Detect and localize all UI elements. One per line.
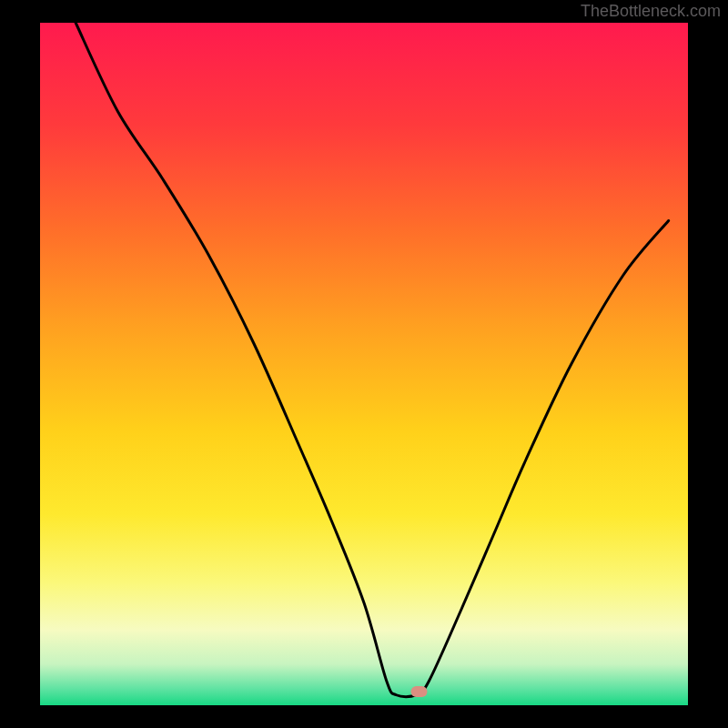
watermark-text: TheBottleneck.com bbox=[581, 2, 721, 21]
optimum-marker bbox=[411, 686, 428, 697]
chart-svg bbox=[0, 0, 728, 728]
bottleneck-chart: TheBottleneck.com bbox=[0, 0, 728, 728]
